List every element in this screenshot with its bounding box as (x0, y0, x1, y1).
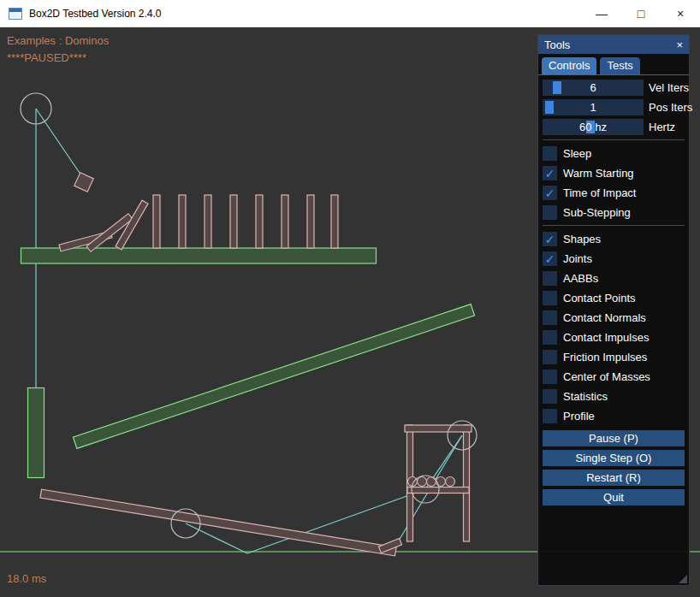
checkbox-warm-starting[interactable]: ✓Warm Starting (543, 166, 685, 180)
checkbox-box[interactable] (543, 350, 557, 364)
slider-vel-iters: 6Vel Iters (543, 80, 685, 96)
checkbox-label: Time of Impact (563, 186, 636, 199)
frame-time-label: 18.0 ms (7, 572, 46, 585)
checkbox-box[interactable] (543, 310, 557, 325)
checkmark-icon[interactable]: ✓ (543, 166, 557, 180)
window-title: Box2D Testbed Version 2.4.0 (29, 8, 582, 20)
checkbox-joints[interactable]: ✓Joints (543, 251, 685, 266)
button-pause-p[interactable]: Pause (P) (543, 430, 685, 446)
domino[interactable] (153, 195, 160, 248)
checkbox-label: Friction Impulses (563, 351, 647, 364)
close-button[interactable]: × (661, 0, 700, 27)
slider-frame-pos-iters[interactable]: 1 (543, 99, 644, 115)
slider-frame-hertz[interactable]: 60 hz (543, 119, 644, 135)
checkbox-label: Contact Normals (563, 311, 646, 324)
checkbox-label: Profile (563, 410, 595, 423)
paused-label: ****PAUSED**** (7, 51, 86, 64)
action-buttons: Pause (P)Single Step (O)Restart (R)Quit (543, 430, 685, 505)
button-restart-r[interactable]: Restart (R) (543, 470, 685, 486)
pulley-weight (28, 388, 44, 478)
checkbox-sub-stepping[interactable]: Sub-Stepping (543, 205, 685, 220)
slider-section: 6Vel Iters1Pos Iters60 hzHertz (543, 80, 685, 135)
checkbox-label: Joints (563, 252, 592, 265)
checkbox-box[interactable] (543, 205, 557, 220)
slider-label: Hertz (649, 121, 675, 133)
checkbox-box[interactable] (543, 409, 557, 423)
checkmark-icon[interactable]: ✓ (543, 232, 557, 246)
checkbox-contact-points[interactable]: Contact Points (543, 291, 685, 305)
checkbox-contact-normals[interactable]: Contact Normals (543, 310, 685, 325)
ball[interactable] (418, 477, 427, 487)
draw-checkbox-group: ✓Shapes✓JointsAABBsContact PointsContact… (543, 232, 685, 423)
domino[interactable] (179, 195, 186, 248)
plank[interactable] (40, 489, 396, 556)
maximize-button[interactable]: □ (621, 0, 661, 27)
domino[interactable] (205, 195, 211, 248)
domino[interactable] (282, 195, 288, 248)
checkbox-center-of-masses[interactable]: Center of Masses (543, 369, 685, 384)
example-label: Examples : Dominos (7, 34, 109, 47)
minimize-button[interactable]: — (582, 0, 621, 27)
domino[interactable] (230, 195, 237, 248)
slider-value: 1 (543, 99, 644, 115)
tools-close-icon[interactable]: × (676, 38, 683, 51)
frame-shelf[interactable] (407, 488, 469, 494)
slider-frame-vel-iters[interactable]: 6 (543, 80, 644, 96)
checkbox-label: AABBs (563, 272, 598, 285)
domino[interactable] (331, 195, 338, 248)
tab-bar: ControlsTests (538, 54, 689, 75)
checkbox-box[interactable] (543, 389, 557, 404)
slider-value: 60 hz (543, 119, 644, 135)
slider-label: Vel Iters (649, 81, 689, 94)
button-quit[interactable]: Quit (543, 489, 685, 505)
checkmark-icon[interactable]: ✓ (543, 251, 557, 266)
checkbox-box[interactable] (543, 369, 557, 384)
checkbox-label: Shapes (563, 233, 601, 245)
checkbox-statistics[interactable]: Statistics (543, 389, 685, 404)
domino[interactable] (307, 195, 314, 248)
checkbox-box[interactable] (543, 271, 557, 286)
checkbox-label: Sub-Stepping (563, 206, 631, 219)
checkbox-aabbs[interactable]: AABBs (543, 271, 685, 286)
app-window: Box2D Testbed Version 2.4.0 — □ × Exampl… (0, 0, 700, 597)
slider-value: 6 (543, 80, 644, 96)
ball[interactable] (436, 477, 446, 487)
domino[interactable] (256, 195, 263, 248)
checkbox-box[interactable] (543, 146, 557, 161)
slider-label: Pos Iters (649, 101, 692, 114)
pendulum-rope (36, 109, 85, 180)
window-titlebar[interactable]: Box2D Testbed Version 2.4.0 — □ × (0, 0, 700, 27)
checkbox-sleep[interactable]: Sleep (543, 146, 685, 161)
tools-body: 6Vel Iters1Pos Iters60 hzHertz Sleep✓War… (538, 75, 689, 513)
frame-post-right[interactable] (464, 425, 470, 541)
button-single-step-o[interactable]: Single Step (O) (543, 450, 685, 466)
slider-pos-iters: 1Pos Iters (543, 99, 685, 115)
tools-panel: Tools × ControlsTests 6Vel Iters1Pos Ite… (537, 34, 690, 586)
checkbox-shapes[interactable]: ✓Shapes (543, 232, 685, 246)
checkmark-icon[interactable]: ✓ (543, 186, 557, 200)
tools-panel-title: Tools (544, 38, 676, 51)
resize-grip[interactable] (679, 575, 687, 583)
slider-hertz: 60 hzHertz (543, 119, 685, 135)
checkbox-box[interactable] (543, 330, 557, 345)
checkbox-label: Center of Masses (563, 370, 650, 383)
tab-tests[interactable]: Tests (600, 57, 639, 74)
checkbox-profile[interactable]: Profile (543, 409, 685, 423)
checkbox-label: Contact Impulses (563, 331, 649, 344)
sim-checkbox-group: Sleep✓Warm Starting✓Time of ImpactSub-St… (543, 146, 685, 220)
checkbox-label: Contact Points (563, 292, 636, 304)
app-icon (9, 8, 22, 20)
checkbox-time-of-impact[interactable]: ✓Time of Impact (543, 186, 685, 200)
separator (543, 139, 685, 140)
tools-panel-titlebar[interactable]: Tools × (538, 35, 689, 54)
checkbox-contact-impulses[interactable]: Contact Impulses (543, 330, 685, 345)
frame-beam[interactable] (405, 425, 472, 432)
pendulum-bob[interactable] (74, 173, 94, 192)
ball[interactable] (446, 477, 455, 487)
checkbox-box[interactable] (543, 291, 557, 305)
tab-controls[interactable]: Controls (542, 57, 596, 74)
ball[interactable] (427, 477, 436, 487)
checkbox-label: Sleep (563, 147, 591, 160)
checkbox-label: Statistics (563, 390, 608, 403)
checkbox-friction-impulses[interactable]: Friction Impulses (543, 350, 685, 364)
